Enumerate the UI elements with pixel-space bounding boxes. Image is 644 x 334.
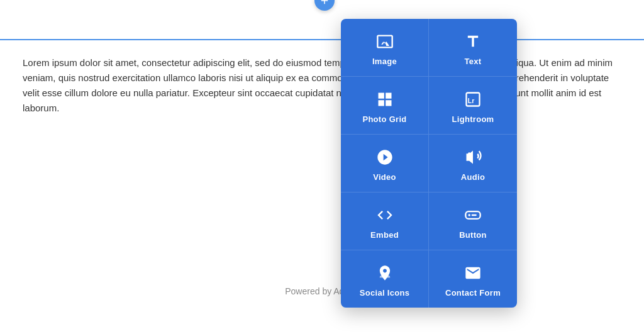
footer-text: Powered by Adobe — [23, 286, 621, 296]
svg-point-3 — [468, 214, 470, 216]
menu-item-photo-grid[interactable]: Photo Grid — [341, 77, 429, 135]
menu-grid: Image Text Photo Grid — [341, 19, 517, 308]
button-label: Button — [459, 230, 487, 240]
svg-rect-4 — [472, 214, 477, 216]
contact-form-label: Contact Form — [445, 288, 501, 298]
social-icons-icon — [375, 263, 395, 283]
menu-item-contact-form[interactable]: Contact Form — [429, 250, 517, 308]
menu-item-lightroom[interactable]: Lr Lightroom — [429, 77, 517, 135]
audio-label: Audio — [461, 172, 485, 182]
text-icon — [463, 31, 483, 52]
social-icons-label: Social Icons — [360, 288, 409, 298]
image-label: Image — [372, 57, 397, 66]
embed-icon — [375, 205, 395, 225]
body-text: Lorem ipsum dolor sit amet, consectetur … — [23, 55, 621, 116]
menu-item-social-icons[interactable]: Social Icons — [341, 250, 429, 308]
menu-item-embed[interactable]: Embed — [341, 192, 429, 250]
add-block-button[interactable] — [314, 0, 335, 11]
menu-item-video[interactable]: Video — [341, 135, 429, 192]
menu-item-text[interactable]: Text — [429, 19, 517, 77]
lightroom-icon: Lr — [463, 89, 483, 109]
menu-item-audio[interactable]: Audio — [429, 135, 517, 192]
image-icon — [375, 31, 395, 52]
photo-grid-label: Photo Grid — [362, 114, 406, 124]
text-label: Text — [465, 57, 482, 66]
embed-label: Embed — [370, 230, 399, 240]
menu-item-button[interactable]: Button — [429, 192, 517, 250]
insert-block-menu: Image Text Photo Grid — [341, 19, 517, 308]
divider-line — [0, 39, 644, 40]
contact-form-icon — [463, 263, 483, 283]
video-icon — [375, 147, 395, 167]
audio-icon — [463, 147, 483, 167]
menu-item-image[interactable]: Image — [341, 19, 429, 77]
button-icon — [463, 205, 483, 225]
lightroom-label: Lightroom — [452, 114, 494, 124]
video-label: Video — [373, 172, 396, 182]
photo-grid-icon — [375, 89, 395, 109]
svg-text:Lr: Lr — [468, 97, 475, 104]
